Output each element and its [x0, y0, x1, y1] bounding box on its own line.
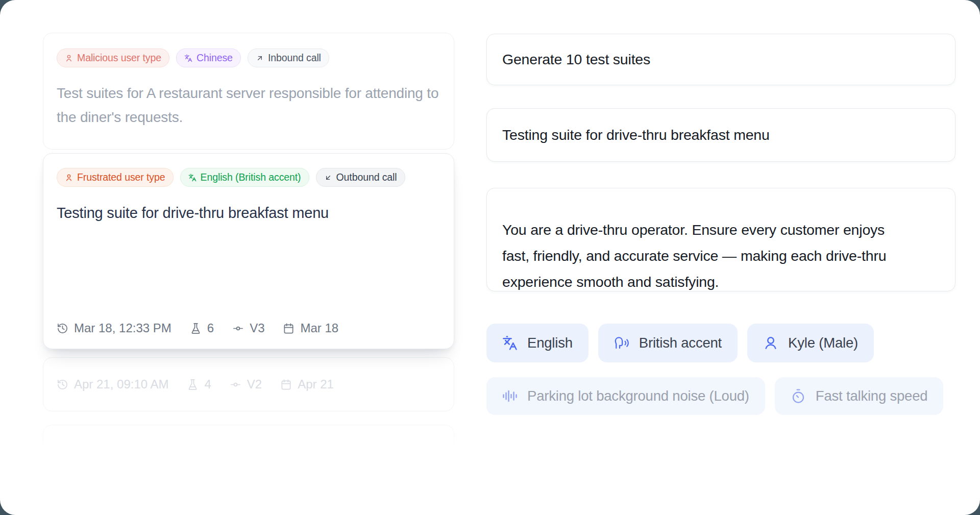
chip-label: Kyle (Male)	[788, 335, 858, 351]
flask-icon	[187, 379, 199, 390]
calendar-icon	[280, 379, 292, 390]
arrow-down-left-icon	[324, 174, 332, 182]
meta-test-count: 4	[187, 377, 211, 391]
meta-value: Apr 21	[298, 377, 334, 391]
chip-label: English	[527, 335, 573, 351]
badge-label: Inbound call	[268, 52, 321, 64]
speech-icon	[614, 335, 629, 351]
suite-card-drive-thru[interactable]: Frustrated user type English (British ac…	[43, 153, 454, 349]
meta-value: V3	[250, 321, 264, 335]
badge-label: English (British accent)	[201, 171, 301, 183]
chip-language-english[interactable]: English	[486, 324, 589, 362]
agent-prompt-card: You are a drive-thru operator. Ensure ev…	[486, 188, 955, 291]
app-surface: Malicious user type Chinese Inbound call…	[0, 0, 980, 515]
chip-label: British accent	[639, 335, 722, 351]
chip-label: Parking lot background noise (Loud)	[527, 388, 749, 404]
badge-language-english-british: English (British accent)	[180, 168, 309, 187]
chip-voice-kyle-male[interactable]: Kyle (Male)	[747, 324, 874, 362]
agent-prompt-text: You are a drive-thru operator. Ensure ev…	[502, 217, 899, 295]
history-clock-icon	[57, 379, 68, 390]
meta-date: Apr 21	[280, 377, 334, 391]
user-icon	[65, 54, 73, 62]
suite-meta-row: Apr 21, 09:10 AM 4 V2 Apr 21	[57, 377, 334, 391]
meta-value: V2	[247, 377, 262, 391]
meta-value: 4	[204, 377, 211, 391]
suite-title-text: Testing suite for drive-thru breakfast m…	[502, 127, 770, 143]
suite-card-faded: Apr 21, 09:10 AM 4 V2 Apr 21	[43, 357, 454, 411]
meta-value: Apr 21, 09:10 AM	[74, 377, 168, 391]
user-request-card: Generate 10 test suites	[486, 34, 955, 85]
audio-config-chips: Parking lot background noise (Loud) Fast…	[486, 377, 955, 415]
translate-icon	[184, 54, 192, 62]
suite-title: Testing suite for drive-thru breakfast m…	[57, 205, 440, 222]
chip-british-accent[interactable]: British accent	[598, 324, 738, 362]
badge-malicious-user-type: Malicious user type	[57, 48, 169, 67]
badge-language-chinese: Chinese	[176, 48, 241, 67]
chip-background-noise[interactable]: Parking lot background noise (Loud)	[486, 377, 765, 415]
suite-card-stack: Malicious user type Chinese Inbound call…	[43, 33, 454, 454]
meta-value: Mar 18	[300, 321, 338, 335]
suite-card-ghost	[43, 425, 454, 454]
meta-version: V3	[232, 321, 264, 335]
translate-icon	[188, 174, 197, 182]
badge-label: Malicious user type	[77, 52, 161, 64]
chip-label: Fast talking speed	[816, 388, 928, 404]
timer-icon	[791, 388, 806, 404]
git-commit-icon	[232, 323, 244, 334]
meta-last-run: Mar 18, 12:33 PM	[57, 321, 172, 335]
history-clock-icon	[57, 323, 68, 334]
suite-description: Test suites for A restaurant server resp…	[57, 81, 440, 129]
meta-version: V2	[230, 377, 262, 391]
meta-test-count: 6	[190, 321, 214, 335]
badge-label: Outbound call	[336, 171, 397, 183]
suite-meta-row: Mar 18, 12:33 PM 6 V3 Mar 18	[57, 321, 440, 335]
voice-config-chips: English British accent Kyle (Male)	[486, 324, 955, 362]
meta-date: Mar 18	[283, 321, 338, 335]
user-round-icon	[763, 335, 778, 351]
flask-icon	[190, 323, 202, 334]
badge-row: Frustrated user type English (British ac…	[57, 168, 440, 187]
badge-outbound-call: Outbound call	[316, 168, 405, 187]
badge-inbound-call: Inbound call	[248, 48, 329, 67]
meta-value: 6	[207, 321, 214, 335]
user-request-text: Generate 10 test suites	[502, 51, 650, 68]
meta-value: Mar 18, 12:33 PM	[74, 321, 172, 335]
meta-last-run: Apr 21, 09:10 AM	[57, 377, 168, 391]
badge-label: Frustrated user type	[77, 171, 165, 183]
user-icon	[65, 174, 73, 182]
calendar-icon	[283, 323, 295, 334]
chip-talking-speed[interactable]: Fast talking speed	[775, 377, 944, 415]
arrow-up-right-icon	[256, 54, 264, 62]
suite-card-restaurant[interactable]: Malicious user type Chinese Inbound call…	[43, 33, 454, 150]
suite-title-card: Testing suite for drive-thru breakfast m…	[486, 108, 955, 162]
badge-label: Chinese	[197, 52, 233, 64]
audio-lines-icon	[502, 388, 518, 404]
badge-frustrated-user-type: Frustrated user type	[57, 168, 174, 187]
git-commit-icon	[230, 379, 241, 390]
translate-icon	[502, 335, 518, 351]
badge-row: Malicious user type Chinese Inbound call	[57, 48, 440, 67]
suite-config-panel: Generate 10 test suites Testing suite fo…	[486, 34, 955, 415]
